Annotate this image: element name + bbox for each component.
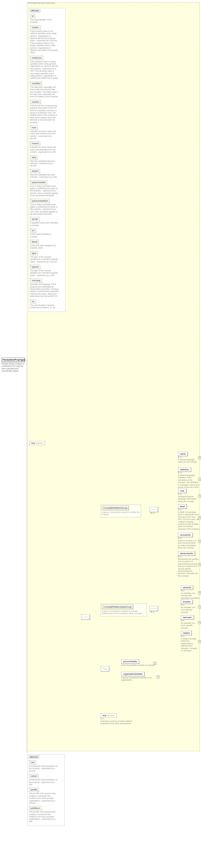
attribute-desc: If the property value is empty, specifie…	[30, 61, 59, 80]
attribute-name: whyuri	[30, 169, 40, 173]
expand-icon[interactable]: +	[198, 606, 201, 609]
attribute-creator: creatorIf the property value is not defi…	[30, 25, 64, 54]
expand-icon[interactable]: +	[198, 563, 201, 566]
attribute-how: howIndicates by which means the value wa…	[30, 125, 64, 140]
expand-icon[interactable]: +	[198, 540, 201, 543]
sequence-marker-relgroup	[149, 606, 158, 611]
expand-icon[interactable]: +	[198, 640, 201, 643]
attribute-name: why	[30, 155, 37, 159]
attribute-howuri: howuriIndicates by which means the value…	[30, 141, 64, 153]
attribute-desc: The directionality of textual content (e…	[30, 304, 59, 309]
attribute-whyuri: whyuriWhy the metadata has been included…	[30, 169, 64, 179]
attribute-modified: modifiedThe date (and, optionally, the t…	[30, 81, 64, 98]
concept-definition-group: ConceptDefinitionGroup A group of proper…	[101, 505, 141, 518]
expand-icon[interactable]: +	[198, 621, 201, 624]
attribute-desc: A refinement of the semantics of the pro…	[29, 779, 58, 786]
attribute-name: creatoruri	[30, 56, 43, 60]
attribute-dir: dirThe directionality of textual content…	[30, 299, 64, 309]
attribute-name: pubconstraint	[30, 180, 47, 185]
expand-icon[interactable]: +	[198, 478, 201, 481]
attribute-desc: Indicates by which means the value was e…	[30, 146, 59, 153]
attribute-desc: A refinement of the semantics of the pro…	[29, 765, 58, 772]
attribute-name: xml:lang	[30, 278, 42, 283]
attribute-type: typeThe type of the concept assigned as …	[30, 251, 64, 263]
attributes-frame-lower: attributes roleA refinement of the seman…	[28, 754, 65, 826]
element-hierarchyinfo: hierarchyInfo+0..∞Represents the positio…	[178, 551, 200, 577]
attribute-jobtitle: jobtitleThe job title of the person who …	[29, 787, 63, 804]
attribute-name: pubconstrainturi	[30, 199, 50, 203]
element-facet: facet+0..∞In NAR 1.8 and later, facet is…	[178, 504, 200, 530]
element-related: related+0..∞A related concept, where the…	[181, 631, 200, 652]
attribute-desc: A qualified code which identifies a conc…	[30, 222, 59, 226]
attribute-desc: The job title of the person who created …	[29, 793, 58, 804]
attribute-desc: A free-text value assigned as property v…	[30, 245, 59, 249]
attribute-pubconstraint: pubconstraintOne or many constraints tha…	[30, 180, 64, 197]
attribute-why: whyWhy the metadata has been included - …	[30, 155, 64, 167]
attribute-desc: If the property value is not defined, sp…	[30, 30, 59, 54]
expand-icon[interactable]: +	[198, 495, 201, 498]
attribute-desc: The date (and, optionally, the time) whe…	[30, 86, 59, 98]
attribute-desc: One or many constraints that apply to pu…	[30, 185, 59, 197]
concept-relationships-group-name: ConceptRelationshipsGroup	[102, 605, 133, 609]
root-type-name: FlexAuthorPropType	[1, 358, 25, 362]
sequence-marker-main	[81, 614, 90, 620]
attribute-desc: Specifies the language of this property …	[30, 283, 59, 298]
attribute-roleuri: roleuriA refinement of the semantics of …	[29, 774, 63, 786]
element-broader: broader+0..∞An identifier of a more gene…	[181, 599, 200, 614]
root-type-desc: Flexible Author (creator or contributor)…	[1, 363, 25, 372]
expand-icon[interactable]: +	[198, 456, 201, 459]
attribute-desc: One or many constraints that apply to pu…	[30, 204, 59, 216]
attribute-name: id	[30, 14, 35, 18]
element-remoteinfo: remoteInfo+0..∞A link to an item or a we…	[178, 533, 200, 549]
concept-definition-group-name: ConceptDefinitionGroup	[102, 506, 129, 510]
sequence-marker-defgroup	[149, 507, 158, 512]
attribute-role: roleA refinement of the semantics of the…	[29, 760, 63, 772]
extension-label: FlexPartyPropType (extension)	[28, 2, 55, 4]
extension-frame: FlexPartyPropType (extension) attributes…	[27, 2, 200, 751]
attribute-name: typeuri	[30, 265, 40, 269]
attribute-creatoruri: creatoruriIf the property value is empty…	[30, 56, 64, 80]
attributes-header: attributes	[30, 9, 40, 12]
concept-relationships-group: ConceptRelationshipsGroup A group of pro…	[101, 603, 147, 616]
element-definition: definition+0..∞A natural language defini…	[178, 467, 200, 491]
attribute-name: role	[29, 760, 36, 765]
expand-icon[interactable]: +	[154, 662, 156, 665]
cardinality-defgroup: 0..∞	[151, 512, 155, 514]
attribute-desc: If set to true the corresponding propert…	[30, 105, 59, 124]
element-narrower: narrower+0..∞An identifier of a more spe…	[181, 615, 200, 629]
attribute-desc: Why the metadata has been included - exp…	[30, 160, 59, 167]
attribute-desc: Why the metadata has been included - exp…	[30, 174, 59, 179]
expand-icon[interactable]: +	[157, 676, 160, 678]
concept-relationships-group-desc: A group of properites required to indica…	[102, 610, 145, 615]
expand-icon[interactable]: +	[198, 516, 201, 519]
attribute-typeuri: typeuriThe type of the concept assigned …	[30, 265, 64, 277]
attribute-name: uri	[30, 228, 36, 232]
attribute-desc: A URI which identifies a concept.	[30, 233, 59, 238]
element-note: note+0..∞Additional natural language inf…	[178, 489, 200, 503]
attribute-jobtitleuri: jobtitleuriThe job title of the person w…	[29, 806, 63, 823]
attribute-desc: The job title of the person who created …	[29, 811, 58, 823]
attributes-header: attributes	[29, 755, 39, 759]
attributes-frame-upper: attributes idThe local identifier of the…	[29, 8, 66, 312]
attribute-name: literal	[30, 240, 39, 244]
attribute-name: modified	[30, 81, 42, 86]
attribute-desc: The type of the concept assigned as cont…	[30, 256, 59, 263]
attribute-name: jobtitle	[29, 787, 39, 792]
element-sameas: sameAs+0..∞An identifier of a concept wi…	[181, 585, 200, 599]
attribute-name: jobtitleuri	[29, 806, 41, 810]
attribute-name: creator	[30, 25, 41, 30]
root-type-box: FlexAuthorPropType Flexible Author (crea…	[1, 358, 25, 372]
expand-icon[interactable]: +	[198, 591, 201, 594]
attribute-literal: literalA free-text value assigned as pro…	[30, 240, 64, 249]
attribute-name: roleuri	[29, 774, 39, 778]
diagram-canvas: FlexAuthorPropType Flexible Author (crea…	[0, 1, 201, 868]
attribute-custom: customIf set to true the corresponding p…	[30, 100, 64, 124]
element-persondetails: personDetails+ A set of properties speci…	[121, 659, 155, 666]
attribute-id: idThe local identifier of the property.	[30, 14, 64, 24]
attribute-name: custom	[30, 100, 41, 104]
attribute-name: dir	[30, 299, 36, 304]
element-organisationdetails: organisationDetails+ A group of properti…	[121, 672, 158, 681]
any-attribute-wildcard: any ##other	[29, 441, 45, 445]
cardinality-relgroup: 0..∞	[151, 611, 155, 613]
attribute-pubconstrainturi: pubconstrainturiOne or many constraints …	[30, 199, 64, 216]
